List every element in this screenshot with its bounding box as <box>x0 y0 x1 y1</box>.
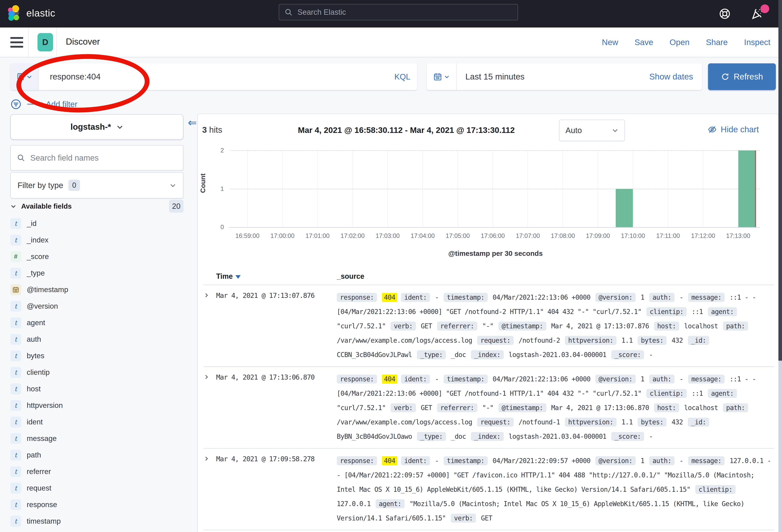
available-fields-header[interactable]: Available fields 20 <box>10 200 183 213</box>
field-item-_index[interactable]: t_index <box>10 232 183 248</box>
filter-by-type-dropdown[interactable]: Filter by type 0 <box>10 172 183 198</box>
add-filter-button[interactable]: + Add filter <box>39 100 77 109</box>
chart-bar[interactable] <box>616 189 633 227</box>
field-type-string-icon: t <box>10 417 21 427</box>
source-field-name: _index: <box>471 350 504 359</box>
time-column-header[interactable]: Time <box>216 272 233 280</box>
field-item-message[interactable]: tmessage <box>10 430 183 447</box>
available-fields-count: 20 <box>169 200 183 213</box>
source-field-name: response: <box>337 293 377 302</box>
source-field-name: message: <box>688 456 724 465</box>
appbar-action-open[interactable]: Open <box>670 38 689 47</box>
newsfeed-button[interactable] <box>751 7 764 20</box>
row-timestamp: Mar 4, 2021 @ 17:13:07.876 <box>216 290 337 362</box>
source-field-name: timestamp: <box>443 293 488 302</box>
field-item-@version[interactable]: t@version <box>10 298 183 314</box>
field-item-request[interactable]: trequest <box>10 480 183 496</box>
field-name: _id <box>27 219 36 228</box>
chevron-down-icon <box>612 127 618 134</box>
field-name: clientip <box>27 368 50 377</box>
time-range-value[interactable]: Last 15 minutes <box>457 72 649 81</box>
row-source: response: 404 ident: - timestamp: 04/Mar… <box>337 454 774 525</box>
expand-row-icon[interactable] <box>203 374 216 444</box>
brand-name: elastic <box>26 7 55 19</box>
field-item-httpversion[interactable]: thttpversion <box>10 397 183 414</box>
sort-descending-icon[interactable] <box>236 275 241 279</box>
row-timestamp: Mar 4, 2021 @ 17:09:58.278 <box>216 454 337 525</box>
field-item-bytes[interactable]: tbytes <box>10 347 183 364</box>
show-dates-button[interactable]: Show dates <box>649 72 702 81</box>
time-picker-quick-menu-button[interactable] <box>427 63 457 90</box>
menu-icon[interactable] <box>10 37 23 48</box>
field-search-box[interactable]: Search field names <box>10 145 183 170</box>
index-pattern-switcher[interactable]: logstash-* <box>10 114 183 140</box>
source-field-name: referrer: <box>437 321 477 331</box>
saved-query-menu-button[interactable] <box>10 63 39 90</box>
expand-row-icon[interactable] <box>203 456 216 525</box>
field-item-_type[interactable]: t_type <box>10 265 183 281</box>
hits-count: 3 hits <box>202 125 222 135</box>
field-item-auth[interactable]: tauth <box>10 331 183 347</box>
index-pattern-name: logstash-* <box>70 122 111 132</box>
source-field-name: agent: <box>708 307 737 316</box>
source-field-name: timestamp: <box>443 456 488 465</box>
refresh-label: Refresh <box>734 72 763 81</box>
field-type-string-icon: t <box>10 350 21 361</box>
source-field-value: "-" <box>482 322 494 330</box>
appbar-action-save[interactable]: Save <box>635 38 653 47</box>
field-item-referrer[interactable]: treferrer <box>10 463 183 480</box>
field-item-clientip[interactable]: tclientip <box>10 364 183 381</box>
filter-icon[interactable] <box>10 99 22 110</box>
collapse-sidebar-button[interactable]: ⇐ <box>188 117 197 128</box>
hide-chart-button[interactable]: Hide chart <box>708 125 759 134</box>
field-item-response[interactable]: tresponse <box>10 496 183 513</box>
source-field-name: auth: <box>649 375 674 384</box>
field-item-_score[interactable]: #_score <box>10 248 183 265</box>
field-item-timestamp[interactable]: ttimestamp <box>10 513 183 529</box>
field-item-host[interactable]: thost <box>10 381 183 397</box>
field-item-agent[interactable]: tagent <box>10 314 183 331</box>
field-item-path[interactable]: tpath <box>10 447 183 463</box>
scrollbar-thumb[interactable] <box>778 0 782 360</box>
appbar-action-new[interactable]: New <box>602 38 618 47</box>
source-field-name: host: <box>654 403 679 412</box>
elastic-logo[interactable]: elastic <box>7 5 55 22</box>
notification-dot <box>760 4 769 13</box>
field-list: t_idt_index#_scoret_type@timestampt@vers… <box>10 215 183 529</box>
source-field-value: GET <box>481 514 492 522</box>
query-language-button[interactable]: KQL <box>388 63 417 90</box>
field-item-@timestamp[interactable]: @timestamp <box>10 281 183 298</box>
source-field-name: _index: <box>471 432 504 441</box>
scrollbar-track[interactable] <box>778 0 782 532</box>
help-icon[interactable] <box>719 8 731 20</box>
expand-row-icon[interactable] <box>203 292 216 362</box>
field-item-_id[interactable]: t_id <box>10 215 183 232</box>
appbar-action-share[interactable]: Share <box>706 38 727 47</box>
field-type-string-icon: t <box>10 301 21 312</box>
highlighted-value: 404 <box>382 293 397 302</box>
source-field-name: httpversion: <box>565 336 616 345</box>
source-field-name: clientip: <box>646 307 687 316</box>
source-field-name: path: <box>723 403 748 412</box>
appbar-action-inspect[interactable]: Inspect <box>744 38 771 47</box>
row-source: response: 404 ident: - timestamp: 04/Mar… <box>337 372 774 444</box>
global-search-input[interactable]: Search Elastic <box>279 4 518 20</box>
chevron-down-icon <box>10 203 16 209</box>
interval-select[interactable]: Auto <box>559 120 625 141</box>
field-name: agent <box>27 318 45 327</box>
app-badge[interactable]: D <box>37 33 53 51</box>
field-type-string-icon: t <box>10 268 21 278</box>
field-type-string-icon: t <box>10 466 21 477</box>
table-row: Mar 4, 2021 @ 17:09:58.278response: 404 … <box>203 449 774 530</box>
refresh-button[interactable]: Refresh <box>708 63 776 90</box>
source-field-value: /notfound-1 <box>519 418 560 426</box>
chart-bar[interactable] <box>738 150 755 227</box>
highlighted-value: 404 <box>382 456 397 465</box>
filter-by-type-label: Filter by type <box>17 181 63 190</box>
query-input[interactable]: response:404 <box>39 63 388 90</box>
field-item-ident[interactable]: tident <box>10 414 183 430</box>
source-field-value: logstash-2021.03.04-000001 <box>509 351 607 359</box>
global-header: elastic Search Elastic <box>0 0 782 28</box>
source-field-name: ident: <box>401 456 430 465</box>
field-name: @timestamp <box>27 286 68 294</box>
